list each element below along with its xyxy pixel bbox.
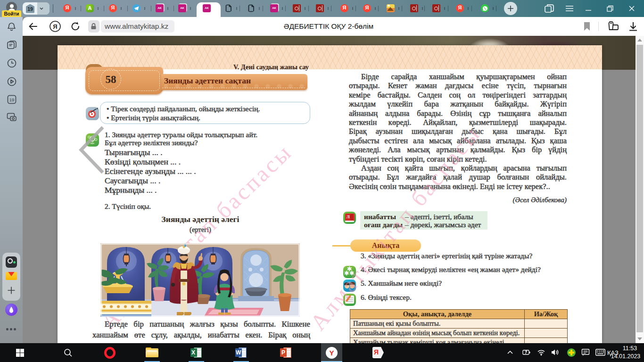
svg-text:19: 19 — [9, 97, 15, 102]
svg-text:Я: Я — [53, 23, 57, 30]
